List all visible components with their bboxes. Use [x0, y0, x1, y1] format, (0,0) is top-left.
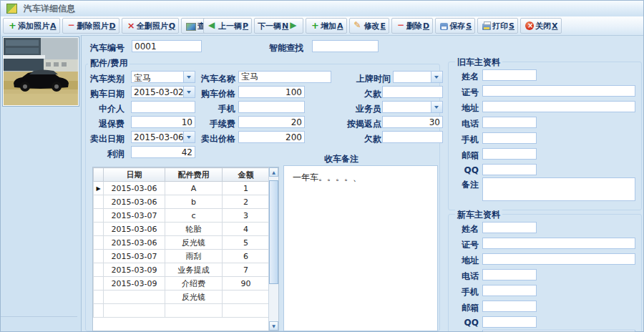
save-button[interactable]: 保存S: [435, 18, 475, 34]
add-icon: [311, 21, 319, 30]
buy-date-select[interactable]: 2015-03-02: [131, 86, 195, 98]
add-button[interactable]: 增加A: [306, 18, 347, 34]
row-indicator: [94, 277, 104, 290]
old-owner-remarks-input[interactable]: [482, 177, 635, 201]
sell-price-input[interactable]: [238, 131, 305, 143]
new-owner-mobile-row: 手机: [453, 285, 637, 298]
modify-button[interactable]: 修改E: [349, 18, 390, 34]
old-owner-address-label: 地址: [453, 101, 479, 114]
old-owner-id-number-input[interactable]: [482, 85, 635, 97]
button-label: 下一辆N: [258, 21, 288, 31]
close-button[interactable]: 关闭X: [520, 18, 561, 34]
agent-input[interactable]: [131, 101, 195, 113]
column-header[interactable]: 金额: [223, 168, 270, 182]
insurance-refund-input[interactable]: [131, 116, 195, 128]
salesman-select[interactable]: [382, 101, 443, 113]
new-owner-address-input[interactable]: [482, 253, 635, 265]
scroll-down-icon[interactable]: ▼: [269, 321, 278, 331]
row-indicator: ▶: [94, 182, 104, 195]
debt1-input[interactable]: [382, 86, 443, 98]
table-row[interactable]: 反光镜: [94, 290, 270, 304]
new-owner-panel: 姓名证号地址电话手机邮箱QQ备注: [448, 214, 642, 332]
old-owner-address-row: 地址: [453, 101, 637, 114]
print-button[interactable]: 打印S: [477, 18, 518, 34]
smart-search-input[interactable]: [312, 40, 379, 52]
remarks-textarea[interactable]: 一年车。。。。、: [283, 165, 438, 331]
mortgage-rebate-input[interactable]: [382, 116, 443, 128]
old-owner-name-label: 姓名: [453, 69, 479, 83]
scroll-up-icon[interactable]: ▲: [269, 167, 278, 177]
new-owner-phone-label: 电话: [453, 269, 479, 283]
delete-all-photos-button[interactable]: 全删照片Q: [122, 18, 179, 34]
car-number-input[interactable]: [132, 40, 202, 52]
dropdown-arrow-icon[interactable]: [431, 102, 442, 112]
previous-vehicle-button[interactable]: 上一辆P: [203, 18, 252, 34]
delete-button[interactable]: 删除D: [391, 18, 433, 34]
table-row[interactable]: 2015-03-06反光镜5: [94, 236, 270, 250]
add-photo-button[interactable]: 添加照片A: [3, 18, 60, 34]
register-time-select[interactable]: [393, 71, 443, 83]
handling-fee-input[interactable]: [238, 116, 305, 128]
new-owner-id-number-input[interactable]: [482, 238, 635, 249]
table-row[interactable]: 2015-03-06b2: [94, 195, 270, 209]
new-owner-address-row: 地址: [453, 253, 637, 267]
table-cell: 3: [223, 209, 270, 223]
old-owner-email-input[interactable]: [482, 148, 537, 160]
button-label: 修改E: [364, 21, 386, 31]
table-cell: 反光镜: [165, 290, 223, 304]
toolbar: 添加照片A删除照片D全删照片Q查看照片V 上一辆P下一辆N 增加A修改E删除D保…: [1, 16, 643, 36]
old-owner-id-number-row: 证号: [453, 85, 637, 99]
debt2-input[interactable]: [382, 131, 443, 143]
old-owner-phone-input[interactable]: [482, 117, 537, 128]
table-cell: 2015-03-06: [104, 223, 165, 236]
profit-input[interactable]: [131, 146, 195, 158]
edit-icon: [354, 21, 363, 30]
car-photo-image: [4, 38, 78, 105]
table-cell: 反光镜: [165, 236, 223, 250]
sell-date-select[interactable]: 2015-03-06: [131, 131, 195, 143]
button-label: 添加照片A: [18, 21, 57, 31]
car-photo-thumbnail[interactable]: [2, 36, 79, 107]
table-row[interactable]: [94, 304, 270, 318]
remove-photo-icon: [67, 21, 76, 30]
table-cell: 2: [223, 195, 270, 209]
table-cell: 6: [223, 250, 270, 263]
mobile-input[interactable]: [238, 101, 305, 113]
old-owner-phone-row: 电话: [453, 117, 637, 130]
table-row[interactable]: 2015-03-06轮胎4: [94, 223, 270, 236]
old-owner-qq-input[interactable]: [482, 164, 537, 175]
table-scrollbar[interactable]: ▲ ▼: [268, 167, 278, 331]
column-header[interactable]: 配件费用: [165, 168, 223, 182]
buy-price-input[interactable]: [238, 86, 305, 98]
table-row[interactable]: 2015-03-09业务提成7: [94, 263, 270, 277]
next-vehicle-button[interactable]: 下一辆N: [254, 18, 303, 34]
old-owner-phone-label: 电话: [453, 117, 479, 130]
new-owner-phone-input[interactable]: [482, 269, 537, 280]
new-owner-qq-input[interactable]: [482, 316, 537, 328]
remove-photo-button[interactable]: 删除照片D: [62, 18, 119, 34]
table-row[interactable]: 2015-03-07c3: [94, 209, 270, 223]
car-category-select[interactable]: 宝马: [131, 71, 195, 83]
scrollbar-thumb[interactable]: [269, 180, 278, 284]
table-cell: 2015-03-07: [104, 250, 165, 263]
column-header[interactable]: 日期: [104, 168, 165, 182]
button-hotkey: D: [109, 21, 116, 31]
table-row[interactable]: 2015-03-09介绍费90: [94, 277, 270, 290]
new-owner-mobile-input[interactable]: [482, 285, 537, 296]
row-indicator: [94, 236, 104, 250]
table-cell: 5: [223, 236, 270, 250]
old-owner-name-input[interactable]: [482, 69, 537, 81]
app-icon: [6, 4, 17, 14]
window-title: 汽车详细信息: [24, 3, 75, 15]
table-row[interactable]: 2015-03-07雨刮6: [94, 250, 270, 263]
old-owner-mobile-row: 手机: [453, 132, 637, 146]
button-label: 增加A: [321, 21, 343, 31]
old-owner-address-input[interactable]: [482, 101, 635, 112]
dropdown-arrow-icon[interactable]: [431, 72, 442, 82]
car-name-input[interactable]: [238, 71, 331, 83]
old-owner-mobile-input[interactable]: [482, 132, 537, 144]
new-owner-email-input[interactable]: [482, 301, 537, 312]
table-cell: 轮胎: [165, 223, 223, 236]
table-row[interactable]: ▶2015-03-06A1: [94, 182, 270, 195]
new-owner-name-input[interactable]: [482, 222, 537, 233]
